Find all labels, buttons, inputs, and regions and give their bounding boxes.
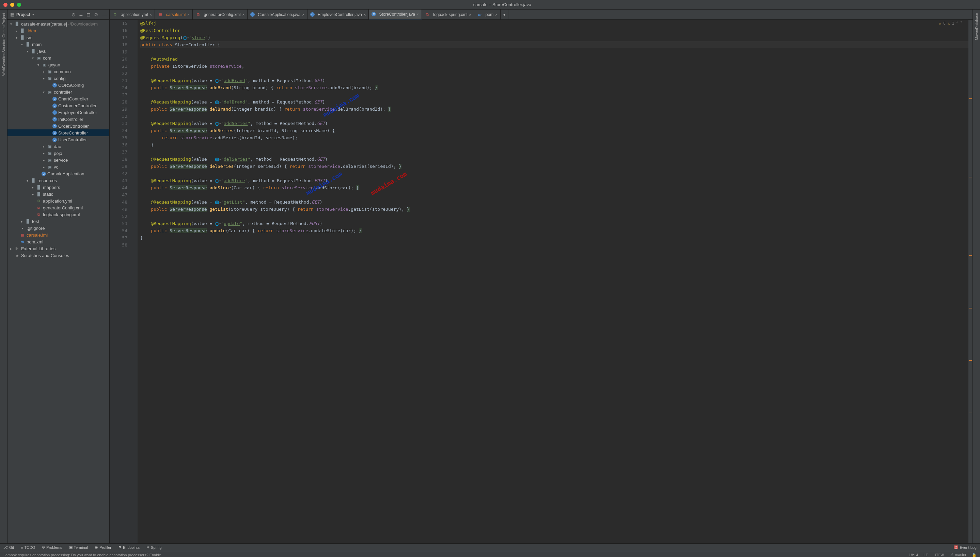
rail-project[interactable]: Project xyxy=(2,13,6,24)
tree-item-usercontroller[interactable]: CUserController xyxy=(8,136,109,143)
toolwindow-git[interactable]: ⎇Git xyxy=(3,545,14,549)
lock-icon[interactable]: 🔒 xyxy=(972,552,977,557)
scrollmap[interactable] xyxy=(969,20,972,543)
rail-web[interactable]: Web xyxy=(2,68,6,76)
tree-item-main[interactable]: ▾▉main xyxy=(8,41,109,48)
tab-overflow[interactable]: ▾ xyxy=(501,10,508,20)
tree-item-resources[interactable]: ▾▉resources xyxy=(8,177,109,184)
project-panel-title: Project xyxy=(16,12,30,17)
toolwindow-spring[interactable]: ✲Spring xyxy=(147,545,162,549)
tree-item-customercontroller[interactable]: CCustomerController xyxy=(8,102,109,109)
tree-item-pom-xml[interactable]: mpom.xml xyxy=(8,238,109,245)
rail-database[interactable]: Database xyxy=(975,13,978,29)
line-gutter: 1516171819202122232427282932333435363738… xyxy=(110,20,130,543)
left-tool-rail: ProjectCommitStructureFavoritesWeb xyxy=(0,10,8,543)
file-encoding[interactable]: UTF-8 xyxy=(933,553,944,557)
caret-position[interactable]: 18:14 xyxy=(909,553,918,557)
tree-item--idea[interactable]: ▸▉.idea xyxy=(8,27,109,34)
typo-count: 1 xyxy=(952,21,954,26)
close-icon[interactable]: × xyxy=(187,13,189,17)
close-icon[interactable]: × xyxy=(417,12,419,16)
close-icon[interactable]: × xyxy=(302,13,304,17)
tree-item-src[interactable]: ▾▉src xyxy=(8,34,109,41)
close-icon[interactable]: × xyxy=(495,13,497,17)
tree-item-external-libraries[interactable]: ▸⊪External Libraries xyxy=(8,245,109,252)
tree-item-config[interactable]: ▾▣config xyxy=(8,75,109,82)
inspection-badges[interactable]: ⚠ 8 ⚠ 1 ˄ ˅ xyxy=(939,21,963,26)
tree-item-carsale-master[interactable]: ▾▉carsale-master [carsale] ~/Downloads/m xyxy=(8,20,109,27)
tree-item-vo[interactable]: ▸▣vo xyxy=(8,163,109,170)
tree-item-ordercontroller[interactable]: COrderController xyxy=(8,122,109,129)
editor-body[interactable]: 1516171819202122232427282932333435363738… xyxy=(110,20,972,543)
rail-favorites[interactable]: Favorites xyxy=(2,53,6,68)
tree-item-application-yml[interactable]: ⚙application.yml xyxy=(8,197,109,204)
tree-item-carsale-iml[interactable]: ▦carsale.iml xyxy=(8,231,109,238)
tree-item-test[interactable]: ▸▉test xyxy=(8,218,109,225)
event-log[interactable]: 2 Event Log xyxy=(954,546,977,549)
status-message[interactable]: Lombok requires annotation processing: D… xyxy=(3,553,161,557)
close-icon[interactable]: × xyxy=(243,13,244,17)
tab-carsaleapplication-java[interactable]: CCarsaleApplication.java× xyxy=(247,10,308,20)
expand-all-icon[interactable]: ≣ xyxy=(79,12,83,17)
tree-item-static[interactable]: ▸▉static xyxy=(8,191,109,197)
tree-item-generatorconfig-xml[interactable]: ⧉generatorConfig.xml xyxy=(8,204,109,211)
tree-item-service[interactable]: ▸▣service xyxy=(8,156,109,163)
close-icon[interactable]: × xyxy=(364,13,366,17)
tree-item-common[interactable]: ▸▣common xyxy=(8,68,109,75)
close-window[interactable] xyxy=(3,3,8,7)
right-tool-rail: DatabaseMaven xyxy=(972,10,980,543)
minimize-window[interactable] xyxy=(10,3,14,7)
tab-application-yml[interactable]: ⚙application.yml× xyxy=(110,10,155,20)
tree-item-pojo[interactable]: ▸▣pojo xyxy=(8,150,109,156)
code-content[interactable]: @Slf4j@RestController@RequestMapping(🌐▾"… xyxy=(138,20,972,543)
tree-item--gitignore[interactable]: •.gitignore xyxy=(8,225,109,231)
project-panel: ▦ Project ▾ ⊙ ≣ ⊟ ⚙ — ▾▉carsale-master [… xyxy=(8,10,110,543)
tree-item-java[interactable]: ▾▉java xyxy=(8,48,109,54)
toolwindow-terminal[interactable]: ▣Terminal xyxy=(69,545,88,549)
titlebar: carsale – StoreController.java xyxy=(0,0,980,10)
tree-item-chartcontroller[interactable]: CChartController xyxy=(8,95,109,102)
tree-item-storecontroller[interactable]: CStoreController xyxy=(8,129,109,136)
tree-item-com[interactable]: ▾▣com xyxy=(8,54,109,61)
toolwindow-endpoints[interactable]: ⚑Endpoints xyxy=(118,545,140,549)
tab-logback-spring-xml[interactable]: ⧉logback-spring.xml× xyxy=(422,10,474,20)
inspect-down-icon[interactable]: ˅ xyxy=(960,21,962,26)
project-panel-header: ▦ Project ▾ ⊙ ≣ ⊟ ⚙ — xyxy=(8,10,109,20)
tab-pom[interactable]: mpom× xyxy=(474,10,501,20)
git-branch[interactable]: ⎇ master xyxy=(949,552,966,557)
close-icon[interactable]: × xyxy=(469,13,471,17)
settings-icon[interactable]: ⚙ xyxy=(94,12,98,17)
tree-item-initcontroller[interactable]: CInitController xyxy=(8,116,109,122)
tab-generatorconfig-xml[interactable]: ⧉generatorConfig.xml× xyxy=(193,10,248,20)
collapse-all-icon[interactable]: ⊟ xyxy=(86,12,91,17)
statusbar: Lombok requires annotation processing: D… xyxy=(0,551,980,557)
tree-item-scratches-and-consoles[interactable]: ◈Scratches and Consoles xyxy=(8,252,109,259)
rail-structure[interactable]: Structure xyxy=(2,37,6,53)
tree-item-carsaleapplication[interactable]: CCarsaleApplication xyxy=(8,170,109,177)
select-opened-icon[interactable]: ⊙ xyxy=(72,12,76,17)
tree-item-gxyan[interactable]: ▾▣gxyan xyxy=(8,61,109,68)
tree-item-employeecontroller[interactable]: CEmployeeController xyxy=(8,109,109,116)
rail-commit[interactable]: Commit xyxy=(2,24,6,37)
toolwindow-todo[interactable]: ≡TODO xyxy=(21,545,35,549)
tab-storecontroller-java[interactable]: CStoreController.java× xyxy=(369,10,422,20)
dropdown-icon[interactable]: ▾ xyxy=(33,13,34,16)
close-icon[interactable]: × xyxy=(150,13,151,17)
tree-item-mappers[interactable]: ▸▉mappers xyxy=(8,184,109,191)
window-title: carsale – StoreController.java xyxy=(28,2,977,7)
inspect-up-icon[interactable]: ˄ xyxy=(956,21,958,26)
tab-employeecontroller-java[interactable]: CEmployeeController.java× xyxy=(308,10,369,20)
tab-carsale-iml[interactable]: ▦carsale.iml× xyxy=(155,10,193,20)
tree-item-logback-spring-xml[interactable]: ⧉logback-spring.xml xyxy=(8,211,109,218)
tree-item-dao[interactable]: ▸▣dao xyxy=(8,143,109,150)
toolwindow-profiler[interactable]: ◉Profiler xyxy=(94,545,111,549)
toolwindow-problems[interactable]: ⊘Problems xyxy=(42,545,62,549)
project-tree[interactable]: ▾▉carsale-master [carsale] ~/Downloads/m… xyxy=(8,20,109,543)
tree-item-controller[interactable]: ▾▣controller xyxy=(8,88,109,95)
rail-maven[interactable]: Maven xyxy=(975,29,978,40)
window-controls xyxy=(3,3,21,7)
tree-item-corsconfig[interactable]: CCORSConfig xyxy=(8,82,109,88)
hide-icon[interactable]: — xyxy=(102,12,107,17)
line-separator[interactable]: LF xyxy=(923,553,928,557)
maximize-window[interactable] xyxy=(17,3,21,7)
